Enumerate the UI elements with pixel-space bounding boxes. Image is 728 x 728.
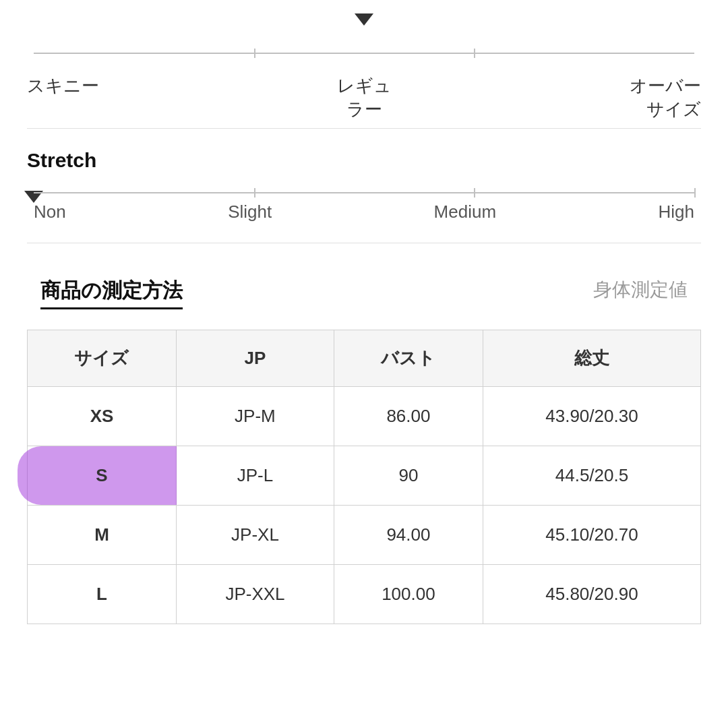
jp-xs: JP-M (176, 387, 334, 446)
stretch-track (34, 192, 694, 193)
fit-labels: スキニー レギュラー オーバーサイズ (27, 74, 701, 121)
col-bust: バスト (334, 330, 483, 387)
stretch-label-high: High (659, 202, 694, 222)
col-jp: JP (176, 330, 334, 387)
table-section: 商品の測定方法 身体測定値 サイズ JP バスト 総丈 XS JP (27, 243, 701, 624)
size-s: S (28, 446, 177, 506)
size-m: M (28, 506, 177, 565)
size-table-wrapper: サイズ JP バスト 総丈 XS JP-M 86.00 43.90/20.30 (27, 330, 701, 624)
jp-l: JP-XXL (176, 565, 334, 624)
stretch-slider: Non Slight Medium High (34, 192, 694, 222)
length-xs: 43.90/20.30 (483, 387, 700, 446)
stretch-labels: Non Slight Medium High (34, 202, 694, 222)
fit-section: スキニー レギュラー オーバーサイズ (27, 0, 701, 129)
length-s: 44.5/20.5 (483, 446, 700, 506)
fit-label-oversize: オーバーサイズ (630, 74, 701, 121)
fit-label-skinny: スキニー (27, 74, 99, 121)
col-size: サイズ (28, 330, 177, 387)
size-l: L (28, 565, 177, 624)
stretch-label-slight: Slight (228, 202, 272, 222)
jp-m: JP-XL (176, 506, 334, 565)
stretch-label-medium: Medium (434, 202, 496, 222)
bust-s: 90 (334, 446, 483, 506)
stretch-section: Stretch Non Slight Medium High (27, 129, 701, 243)
table-row: L JP-XXL 100.00 45.80/20.90 (28, 565, 701, 624)
bust-xs: 86.00 (334, 387, 483, 446)
bust-m: 94.00 (334, 506, 483, 565)
size-xs: XS (28, 387, 177, 446)
col-length: 総丈 (483, 330, 700, 387)
table-header-left: 商品の測定方法 (40, 277, 183, 309)
table-header-row: サイズ JP バスト 総丈 (28, 330, 701, 387)
stretch-title: Stretch (27, 149, 701, 172)
fit-marker (355, 13, 373, 28)
table-row: XS JP-M 86.00 43.90/20.30 (28, 387, 701, 446)
length-m: 45.10/20.70 (483, 506, 700, 565)
table-header: 商品の測定方法 身体測定値 (27, 277, 701, 309)
size-table: サイズ JP バスト 総丈 XS JP-M 86.00 43.90/20.30 (27, 330, 701, 624)
fit-label-regular: レギュラー (337, 74, 392, 121)
table-row: M JP-XL 94.00 45.10/20.70 (28, 506, 701, 565)
jp-s: JP-L (176, 446, 334, 506)
main-container: スキニー レギュラー オーバーサイズ Stretch Non Slight Me… (0, 0, 728, 728)
table-header-right: 身体測定値 (593, 277, 688, 309)
fit-track (34, 53, 694, 54)
length-l: 45.80/20.90 (483, 565, 700, 624)
table-row-highlighted: S JP-L 90 44.5/20.5 (28, 446, 701, 506)
bust-l: 100.00 (334, 565, 483, 624)
